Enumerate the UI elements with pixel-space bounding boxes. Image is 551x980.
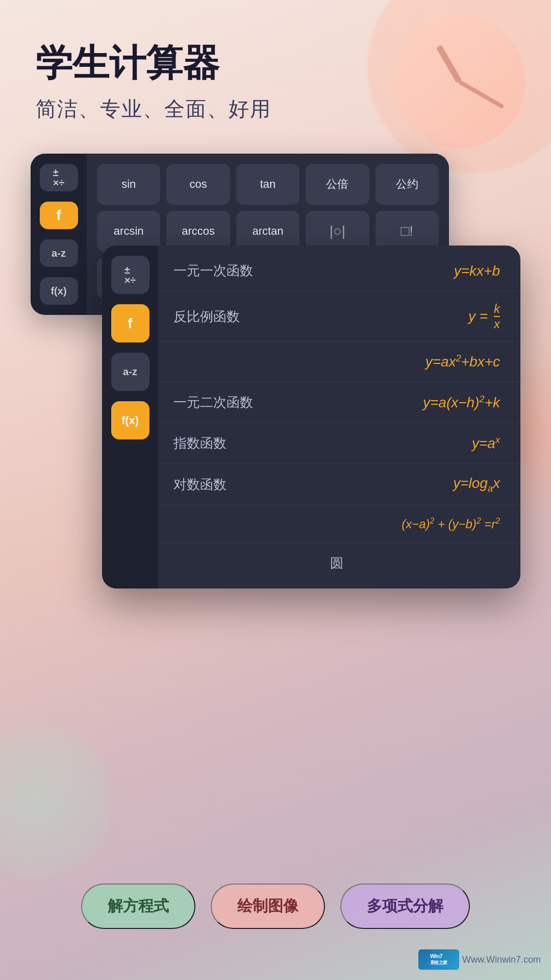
- func-row-inverse[interactable]: 反比例函数 y = k x: [158, 291, 520, 342]
- func-name-inverse: 反比例函数: [173, 308, 240, 326]
- function-list: 一元一次函数 y=kx+b 反比例函数 y = k x y=ax2+bx+c: [158, 246, 520, 589]
- calc-back-side-buttons: ±×÷ f a-z f(x): [31, 154, 87, 315]
- func-formula-linear: y=kx+b: [454, 263, 500, 279]
- cos-button[interactable]: cos: [166, 164, 230, 205]
- func-name-logarithm: 对数函数: [173, 476, 227, 494]
- func-row-quadratic-vertex[interactable]: 一元二次函数 y=a(x−h)2+k: [158, 382, 520, 423]
- func-name-circle: 圆: [173, 554, 500, 572]
- bg-decoration-bottom-left: [0, 725, 112, 878]
- func-name-quadratic: 一元二次函数: [173, 394, 253, 411]
- watermark-logo: Win7系统之家: [418, 949, 459, 970]
- lcm-button[interactable]: 公倍: [306, 164, 369, 205]
- factorize-button[interactable]: 多项式分解: [340, 884, 470, 929]
- func-row-circle-eq[interactable]: (x−a)2 + (y−b)2 =r2: [158, 505, 520, 543]
- side-az-button[interactable]: a-z: [40, 239, 78, 267]
- front-side-ops-button[interactable]: ±×÷: [111, 256, 149, 294]
- func-row-logarithm[interactable]: 对数函数 y=logax: [158, 464, 520, 506]
- function-list-card: ±×÷ f a-z f(x) 一元一次函数 y=kx+b 反比例函数 y =: [102, 246, 520, 589]
- func-formula-quadratic-std: y=ax2+bx+c: [425, 353, 500, 370]
- func-formula-inverse: y = k x: [468, 303, 500, 330]
- side-f-button[interactable]: f: [40, 202, 78, 229]
- sin-button[interactable]: sin: [97, 164, 160, 205]
- main-title: 学生计算器: [36, 41, 515, 85]
- header: 学生计算器 简洁、专业、全面、好用: [0, 0, 551, 143]
- front-side-f-button[interactable]: f: [111, 304, 149, 342]
- watermark-url: Www.Winwin7.com: [462, 954, 541, 965]
- watermark: Win7系统之家 Www.Winwin7.com: [418, 949, 541, 970]
- bottom-buttons-area: 解方程式 绘制图像 多项式分解: [0, 884, 551, 929]
- func-formula-logarithm: y=logax: [453, 475, 500, 494]
- func-name-exponential: 指数函数: [173, 434, 227, 452]
- tan-button[interactable]: tan: [236, 164, 299, 205]
- calc-row-1: sin cos tan 公倍 公约: [97, 164, 439, 205]
- func-formula-quadratic-vertex: y=a(x−h)2+k: [423, 394, 500, 411]
- func-name-linear: 一元一次函数: [173, 262, 253, 280]
- func-row-quadratic-std[interactable]: y=ax2+bx+c: [158, 342, 520, 382]
- func-row-exponential[interactable]: 指数函数 y=ax: [158, 423, 520, 464]
- func-formula-circle-eq: (x−a)2 + (y−b)2 =r2: [402, 517, 500, 531]
- front-side-fx-button[interactable]: f(x): [111, 401, 149, 439]
- draw-graph-button[interactable]: 绘制图像: [211, 884, 325, 929]
- subtitle: 简洁、专业、全面、好用: [36, 95, 515, 123]
- side-fx-button[interactable]: f(x): [40, 277, 78, 305]
- func-formula-exponential: y=ax: [472, 435, 500, 452]
- func-row-linear[interactable]: 一元一次函数 y=kx+b: [158, 251, 520, 291]
- solve-equation-button[interactable]: 解方程式: [81, 884, 195, 929]
- calc-front-side-buttons: ±×÷ f a-z f(x): [102, 246, 158, 589]
- cards-area: ±×÷ f a-z f(x) sin cos tan 公倍 公约 arcsin: [0, 143, 551, 603]
- gcd-button[interactable]: 公约: [375, 164, 439, 205]
- func-row-circle[interactable]: 圆: [158, 543, 520, 583]
- side-ops-button[interactable]: ±×÷: [40, 164, 78, 191]
- front-side-az-button[interactable]: a-z: [111, 353, 149, 391]
